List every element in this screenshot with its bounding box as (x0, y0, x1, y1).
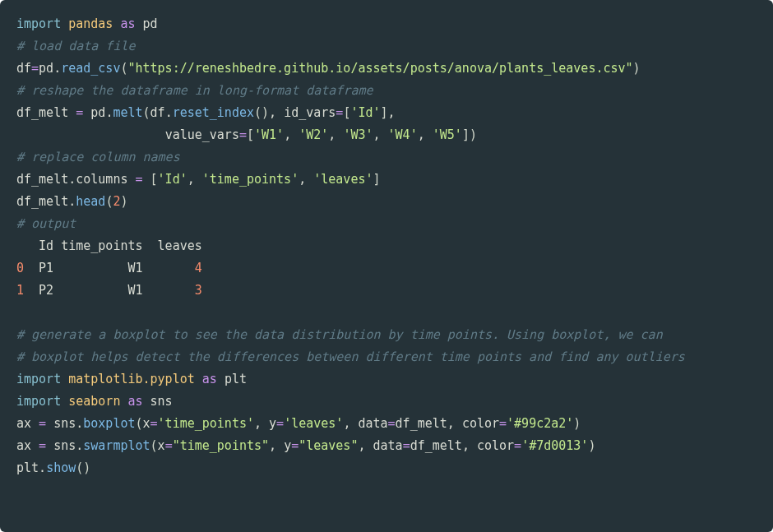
string-literal: "https://reneshbedre.github.io/assets/po… (127, 61, 632, 76)
output-line: 1 P2 W1 3 (16, 283, 202, 298)
output-index: 0 (16, 261, 24, 275)
string-literal: 'W3' (343, 127, 373, 142)
equals: = (388, 416, 396, 431)
comma: , (388, 105, 396, 120)
bracket-open: [ (247, 127, 254, 142)
identifier: df_melt (410, 438, 462, 453)
code-block[interactable]: import pandas as pd # load data file df=… (0, 0, 773, 532)
string-literal: '#7d0013' (521, 438, 588, 453)
equals: = (276, 416, 284, 431)
code-line: df_melt.head(2) (16, 194, 127, 209)
output-value: 3 (195, 283, 202, 298)
bracket-open: [ (150, 172, 158, 187)
output-line: 0 P1 W1 4 (16, 261, 202, 275)
bracket-close: ] (373, 172, 381, 187)
paren-close: ) (83, 460, 90, 475)
code-line: # replace column names (16, 150, 180, 164)
function-call: show (46, 460, 76, 475)
comma: , (284, 127, 299, 142)
equals: = (291, 438, 299, 453)
kwarg: value_vars (165, 127, 239, 142)
identifier: sns (46, 416, 76, 431)
comment: # output (16, 216, 76, 231)
output-header: Id time_points leaves (16, 238, 202, 253)
dot: . (76, 416, 83, 431)
kwarg: color (477, 438, 514, 453)
code-line: df=pd.read_csv("https://reneshbedre.gith… (16, 61, 641, 76)
equals: = (514, 438, 521, 453)
string-literal: 'leaves' (313, 172, 373, 187)
identifier: pd (39, 61, 53, 76)
equals: = (39, 438, 46, 453)
code-line: df_melt.columns = ['Id', 'time_points', … (16, 172, 381, 187)
comma: , (269, 438, 284, 453)
output-index: 1 (16, 283, 24, 298)
indent (16, 127, 165, 142)
equals: = (165, 438, 173, 453)
attribute: columns (76, 172, 135, 187)
code-line: # output (16, 216, 76, 231)
identifier: sns (46, 438, 76, 453)
code-line: plt.show() (16, 460, 90, 475)
identifier: df_melt (16, 194, 68, 209)
string-literal: 'leaves' (284, 416, 343, 431)
module-name: seaborn (68, 394, 120, 409)
string-literal: 'W4' (388, 127, 418, 142)
kwarg: x (143, 416, 150, 431)
dot: . (68, 194, 76, 209)
identifier: df (150, 105, 165, 120)
function-call: swarmplot (83, 438, 150, 453)
comment: # replace column names (16, 150, 180, 164)
bracket-close: ] (462, 127, 470, 142)
output-row: P1 W1 (24, 261, 195, 275)
dot: . (39, 460, 46, 475)
paren-open: ( (150, 438, 158, 453)
function-call: reset_index (173, 105, 254, 120)
comma: , (418, 127, 433, 142)
code-line: # generate a boxplot to see the data dis… (16, 327, 670, 342)
identifier: df_melt (396, 416, 447, 431)
equals: = (239, 127, 247, 142)
code-line: df_melt = pd.melt(df.reset_index(), id_v… (16, 105, 396, 120)
dot: . (68, 172, 76, 187)
equals: = (150, 416, 158, 431)
space (143, 172, 150, 187)
alias: sns (150, 394, 173, 409)
output-row: P2 W1 (24, 283, 195, 298)
function-call: head (76, 194, 105, 209)
comment: # generate a boxplot to see the data dis… (16, 327, 670, 342)
kwarg: y (284, 438, 291, 453)
code-line: # load data file (16, 39, 136, 53)
dot: . (53, 61, 61, 76)
paren-open: ( (143, 105, 150, 120)
comma: , (358, 438, 373, 453)
paren-open: ( (136, 416, 143, 431)
paren-close: ) (262, 105, 269, 120)
comma: , (328, 127, 343, 142)
kwarg: y (269, 416, 276, 431)
string-literal: 'time_points' (202, 172, 299, 187)
identifier: df (16, 61, 31, 76)
identifier: pd (83, 105, 105, 120)
identifier: ax (16, 438, 39, 453)
equals: = (39, 416, 46, 431)
alias: pd (143, 16, 158, 31)
code-line: # boxplot helps detect the differences b… (16, 349, 685, 364)
bracket-close: ] (381, 105, 388, 120)
string-literal: 'Id' (158, 172, 187, 187)
kwarg: color (462, 416, 499, 431)
string-literal: "time_points" (173, 438, 269, 453)
dot: . (165, 105, 173, 120)
equals: = (136, 172, 143, 187)
keyword-import: import (16, 394, 61, 409)
comma: , (299, 172, 313, 187)
comma: , (462, 438, 477, 453)
identifier: plt (16, 460, 39, 475)
function-call: boxplot (83, 416, 135, 431)
code-line: ax = sns.boxplot(x='time_points', y='lea… (16, 416, 581, 431)
equals: = (499, 416, 507, 431)
kwarg: id_vars (284, 105, 336, 120)
comma: , (269, 105, 284, 120)
code-line: import seaborn as sns (16, 394, 173, 409)
string-literal: 'W1' (254, 127, 284, 142)
